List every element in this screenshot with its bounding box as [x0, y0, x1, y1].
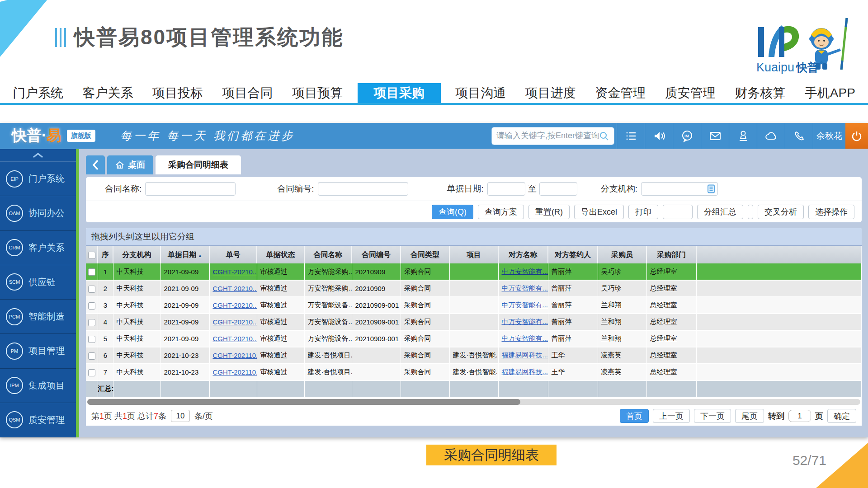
cell-link[interactable]: 中万安智能有... [502, 284, 548, 292]
speaker-icon[interactable] [645, 123, 673, 149]
blank-button[interactable] [663, 205, 693, 219]
cell-link[interactable]: 中万安智能有... [502, 267, 548, 275]
table-row[interactable]: 1中天科技2021-09-09CGHT-20210...审核通过万安智能采购..… [86, 263, 861, 280]
search-input[interactable] [496, 131, 599, 141]
nav-item-crm[interactable]: 客户关系 [78, 83, 138, 103]
tab-purchase-contract-detail[interactable]: 采购合同明细表 [156, 155, 241, 174]
nav-item-portal[interactable]: 门户系统 [8, 83, 68, 103]
sidebar-item-scm[interactable]: SCM供应链 [0, 265, 76, 300]
nav-item-bidding[interactable]: 项目投标 [148, 83, 208, 103]
column-header-4[interactable]: 单据状态 [257, 246, 304, 263]
scrollbar-thumb[interactable] [87, 399, 520, 405]
group-summary-button[interactable]: 分组汇总 [697, 205, 743, 219]
nav-item-mobile-app[interactable]: 手机APP [800, 83, 860, 103]
sidebar-item-ipm[interactable]: IPM集成项目 [0, 369, 76, 403]
reset-button[interactable]: 重置(R) [528, 205, 570, 219]
cell-link[interactable]: 福建易网科技... [502, 368, 548, 375]
sidebar-item-crm[interactable]: CRM客户关系 [0, 231, 76, 265]
blank-button-small[interactable] [748, 205, 753, 219]
query-plan-button[interactable]: 查询方案 [478, 205, 524, 219]
row-checkbox[interactable] [88, 302, 95, 310]
row-checkbox[interactable] [88, 369, 95, 376]
column-header-12[interactable]: 采购部门 [646, 246, 696, 263]
column-header-6[interactable]: 合同编号 [352, 246, 401, 263]
cell-link[interactable]: CGHT-20210... [213, 318, 257, 326]
current-user[interactable]: 余秋花 [813, 123, 845, 149]
cell-link[interactable]: 中万安智能有... [502, 318, 548, 325]
row-checkbox[interactable] [88, 352, 95, 360]
column-header-0[interactable]: 序 [98, 246, 113, 263]
doc-date-to-input[interactable] [539, 182, 577, 196]
header-search[interactable] [492, 127, 614, 145]
table-row[interactable]: 3中天科技2021-09-09CGHT-20210...审核通过万安智能设备..… [86, 297, 861, 314]
cloud-icon[interactable] [757, 123, 785, 149]
sidebar-item-pm[interactable]: PM项目管理 [0, 334, 76, 368]
column-header-7[interactable]: 合同类型 [401, 246, 449, 263]
column-header-11[interactable]: 采购员 [598, 246, 646, 263]
row-checkbox[interactable] [88, 286, 95, 293]
row-checkbox[interactable] [88, 268, 95, 276]
doc-date-from-input[interactable] [487, 182, 525, 196]
contract-name-input[interactable] [145, 182, 236, 196]
select-operation-button[interactable]: 选择操作 [808, 205, 854, 219]
horizontal-scrollbar[interactable] [87, 399, 860, 405]
column-header-2[interactable]: 单据日期 ▲ [160, 246, 209, 263]
contract-code-input[interactable] [318, 182, 408, 196]
table-row[interactable]: 5中天科技2021-09-09CGHT-20210...审核通过万安智能设备..… [86, 330, 861, 347]
column-header-9[interactable]: 对方名称 [498, 246, 548, 263]
cell-link[interactable]: CGHT-20210... [213, 301, 257, 309]
sidebar-item-eip[interactable]: EIP门户系统 [0, 162, 76, 196]
row-checkbox[interactable] [88, 336, 95, 343]
mail-icon[interactable] [701, 123, 729, 149]
column-header-10[interactable]: 对方签约人 [548, 246, 598, 263]
last-page-button[interactable]: 尾页 [735, 409, 764, 423]
table-row[interactable]: 6中天科技2021-10-23CGHT-202110...审核通过建发·吾悦项目… [86, 347, 861, 364]
stamp-icon[interactable] [729, 123, 757, 149]
cell-link[interactable]: CGHT-20210... [213, 335, 257, 343]
back-button[interactable] [86, 155, 105, 174]
tab-desktop[interactable]: 桌面 [107, 155, 153, 174]
next-page-button[interactable]: 下一页 [694, 409, 731, 423]
nav-item-contract[interactable]: 项目合同 [218, 83, 278, 103]
sidebar-collapse-chevron-icon[interactable] [0, 149, 76, 162]
table-row[interactable]: 2中天科技2021-09-09CGHT-20210...审核通过万安智能采购..… [86, 280, 861, 297]
nav-item-communication[interactable]: 项目沟通 [451, 83, 510, 103]
page-size-input[interactable] [171, 410, 190, 422]
cell-link[interactable]: CGHT-202110... [213, 368, 257, 376]
nav-item-quality[interactable]: 质安管理 [660, 83, 720, 103]
logout-power-icon[interactable] [845, 123, 868, 149]
table-row[interactable]: 4中天科技2021-09-09CGHT-20210...审核通过万安智能设备..… [86, 314, 861, 330]
menu-list-icon[interactable] [617, 123, 645, 149]
sidebar-item-qsm[interactable]: QSM质安管理 [0, 403, 76, 437]
export-excel-button[interactable]: 导出Excel [574, 205, 624, 219]
nav-item-progress[interactable]: 项目进度 [521, 83, 580, 103]
cell-link[interactable]: CGHT-20210... [213, 268, 257, 276]
im-chat-icon[interactable]: IM [673, 123, 701, 149]
branch-picker-icon[interactable] [707, 184, 716, 194]
row-checkbox[interactable] [88, 319, 95, 326]
select-all-checkbox[interactable] [88, 252, 95, 259]
phone-icon[interactable] [785, 123, 813, 149]
column-header-1[interactable]: 分支机构 [113, 246, 160, 263]
cell-link[interactable]: CGHT-20210... [213, 285, 257, 292]
sidebar-item-pcm[interactable]: PCM智能制造 [0, 300, 76, 334]
table-row[interactable]: 7中天科技2021-10-23CGHT-202110...审核通过建发·吾悦项目… [86, 364, 861, 380]
sidebar-item-oam[interactable]: OAM协同办公 [0, 196, 76, 230]
cell-link[interactable]: 中万安智能有... [502, 334, 548, 342]
column-header-8[interactable]: 项目 [449, 246, 498, 263]
cross-analysis-button[interactable]: 交叉分析 [758, 205, 804, 219]
column-header-5[interactable]: 合同名称 [304, 246, 352, 263]
first-page-button[interactable]: 首页 [620, 409, 649, 423]
goto-page-input[interactable] [788, 410, 811, 422]
confirm-button[interactable]: 确定 [827, 409, 856, 423]
print-button[interactable]: 打印 [628, 205, 658, 219]
nav-item-funds[interactable]: 资金管理 [590, 83, 650, 103]
nav-item-budget[interactable]: 项目预算 [288, 83, 347, 103]
query-button[interactable]: 查询(Q) [432, 205, 473, 219]
nav-item-finance[interactable]: 财务核算 [730, 83, 790, 103]
cell-link[interactable]: 中万安智能有... [502, 301, 548, 309]
column-header-3[interactable]: 单号 [209, 246, 257, 263]
nav-item-procurement[interactable]: 项目采购 [358, 83, 441, 103]
prev-page-button[interactable]: 上一页 [653, 409, 690, 423]
cell-link[interactable]: 福建易网科技... [502, 351, 548, 359]
